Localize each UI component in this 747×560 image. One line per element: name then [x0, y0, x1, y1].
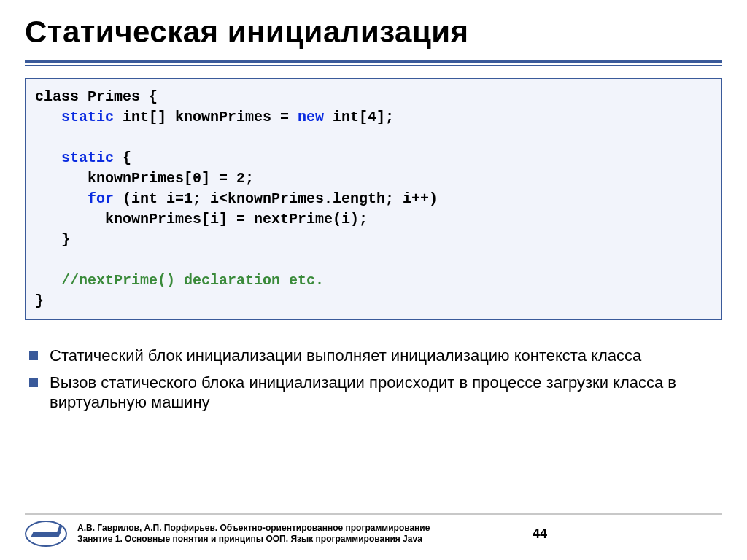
- code-line: knownPrimes[i] = nextPrime(i);: [35, 211, 368, 228]
- logo-icon: [25, 521, 67, 547]
- keyword-static: static: [61, 149, 114, 166]
- footer-line-2: Занятие 1. Основные понятия и принципы О…: [77, 534, 518, 545]
- code-text: int[4];: [324, 109, 394, 125]
- title-rule-thin: [25, 65, 722, 66]
- code-line: }: [35, 231, 70, 248]
- title-rule-thick: [25, 60, 722, 63]
- bullet-list: Статический блок инициализации выполняет…: [25, 346, 722, 412]
- code-indent: [35, 272, 61, 289]
- keyword-static: static: [61, 109, 114, 125]
- code-line: knownPrimes[0] = 2;: [35, 170, 254, 187]
- code-indent: [35, 149, 61, 166]
- footer-text: А.В. Гаврилов, А.П. Порфирьев. Объектно-…: [77, 523, 518, 545]
- footer: А.В. Гаврилов, А.П. Порфирьев. Объектно-…: [0, 513, 747, 547]
- code-line: class Primes {: [35, 88, 158, 105]
- bullet-item: Статический блок инициализации выполняет…: [28, 346, 722, 366]
- code-comment: //nextPrime() declaration etc.: [61, 272, 324, 289]
- footer-line-1: А.В. Гаврилов, А.П. Порфирьев. Объектно-…: [77, 523, 518, 534]
- code-text: int[] knownPrimes =: [114, 109, 298, 125]
- code-indent: [35, 109, 61, 125]
- code-text: {: [114, 149, 131, 166]
- code-indent: [35, 190, 88, 207]
- code-text: (int i=1; i<knownPrimes.length; i++): [114, 190, 438, 207]
- bullet-item: Вызов статического блока инициализации п…: [28, 373, 722, 413]
- page-number: 44: [533, 526, 547, 542]
- slide: Статическая инициализация class Primes {…: [0, 0, 747, 560]
- slide-title: Статическая инициализация: [25, 15, 722, 50]
- code-line: }: [35, 292, 44, 309]
- footer-row: А.В. Гаврилов, А.П. Порфирьев. Объектно-…: [25, 521, 722, 547]
- keyword-for: for: [88, 190, 114, 207]
- code-block: class Primes { static int[] knownPrimes …: [25, 78, 722, 320]
- keyword-new: new: [298, 109, 324, 125]
- footer-rule: [25, 513, 722, 515]
